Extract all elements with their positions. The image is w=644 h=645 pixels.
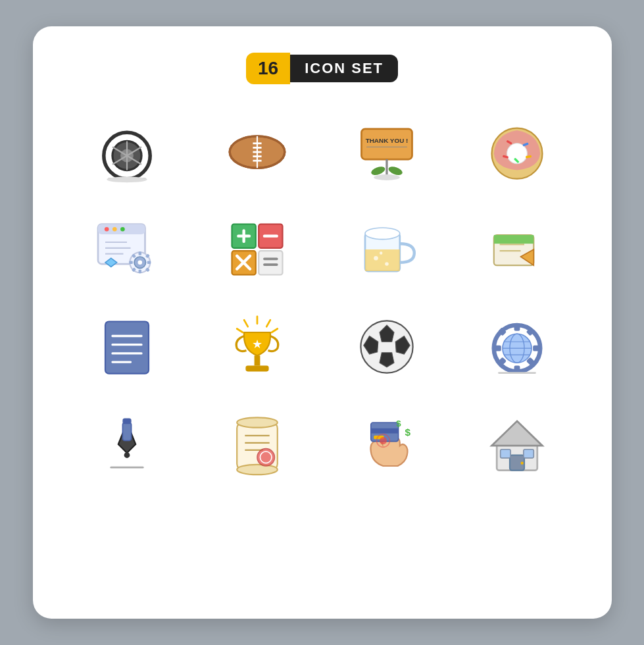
svg-rect-93: [494, 346, 501, 351]
svg-line-78: [266, 320, 270, 326]
svg-point-34: [120, 227, 125, 232]
svg-rect-44: [130, 261, 134, 264]
svg-rect-42: [139, 251, 141, 255]
svg-rect-72: [105, 322, 149, 374]
svg-rect-53: [259, 251, 282, 274]
tire-icon: [66, 109, 189, 195]
icons-grid: THANK YOU !: [66, 109, 579, 487]
payment-icon: $ $: [326, 401, 449, 487]
svg-rect-92: [514, 366, 520, 373]
svg-line-80: [272, 329, 278, 333]
svg-point-64: [374, 256, 378, 261]
svg-rect-119: [371, 428, 399, 434]
svg-rect-106: [123, 423, 132, 441]
svg-point-65: [385, 262, 389, 266]
svg-line-81: [237, 329, 243, 333]
global-settings-icon: [455, 304, 579, 390]
svg-point-63: [365, 228, 400, 240]
svg-point-32: [105, 227, 109, 232]
svg-rect-82: [254, 355, 260, 365]
calculator-icon: [195, 207, 319, 292]
trophy-icon: ★: [195, 304, 319, 390]
donut-icon: [455, 109, 579, 195]
svg-text:★: ★: [252, 338, 262, 351]
beer-mug-icon: [326, 207, 449, 292]
svg-rect-43: [139, 270, 141, 274]
certificate-icon: [195, 401, 319, 487]
svg-rect-91: [514, 324, 520, 331]
svg-rect-129: [524, 450, 533, 458]
svg-point-111: [237, 417, 278, 427]
svg-point-123: [380, 437, 387, 444]
svg-rect-70: [494, 235, 534, 244]
svg-point-7: [107, 176, 147, 182]
svg-text:THANK YOU !: THANK YOU !: [366, 137, 409, 144]
svg-marker-126: [491, 421, 542, 446]
svg-text:$: $: [405, 426, 411, 438]
svg-rect-107: [123, 418, 132, 424]
svg-text:$: $: [397, 419, 402, 428]
svg-point-108: [124, 452, 130, 458]
svg-rect-16: [362, 129, 412, 159]
svg-rect-94: [533, 346, 540, 351]
home-icon: [455, 401, 579, 487]
svg-point-112: [237, 465, 278, 475]
pen-tool-icon: [66, 401, 189, 487]
soccer-ball-icon: [326, 304, 449, 390]
notes-icon: [66, 304, 189, 390]
badge-number: 16: [246, 53, 290, 84]
header: 16 ICON SET: [246, 53, 398, 84]
svg-point-33: [112, 227, 117, 232]
badge-title: ICON SET: [290, 55, 398, 82]
svg-point-66: [380, 251, 382, 254]
svg-point-22: [374, 174, 400, 180]
svg-line-79: [244, 320, 248, 326]
svg-rect-83: [245, 366, 268, 372]
svg-rect-45: [147, 261, 151, 264]
rugby-ball-icon: [195, 109, 319, 195]
svg-point-41: [138, 261, 143, 265]
svg-rect-62: [365, 249, 400, 271]
svg-rect-128: [500, 450, 510, 458]
main-card: 16 ICON SET: [33, 26, 612, 619]
stapler-icon: [455, 207, 579, 292]
web-settings-icon: [66, 207, 189, 292]
thank-you-sign-icon: THANK YOU !: [326, 109, 449, 195]
svg-point-130: [520, 461, 523, 464]
